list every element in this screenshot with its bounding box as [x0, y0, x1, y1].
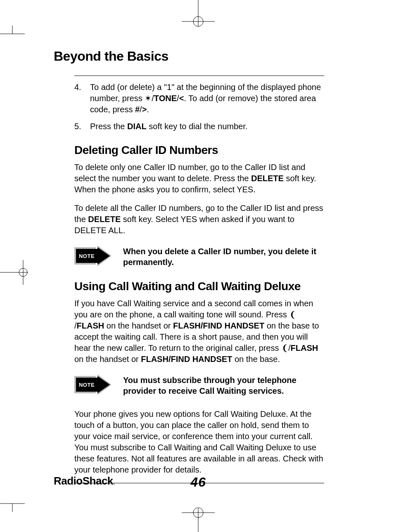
crop-mark-bottom-left [0, 495, 25, 512]
call-waiting-paragraph-3: Your phone gives you new options for Cal… [74, 409, 324, 475]
star-icon: ✶ [145, 94, 152, 103]
heading-call-waiting: Using Call Waiting and Call Waiting Delu… [74, 280, 324, 293]
delete-paragraph-2: To delete all the Caller ID numbers, go … [74, 203, 324, 236]
page-title: Beyond the Basics [54, 49, 343, 64]
note-block-1: NOTE When you delete a Caller ID number,… [74, 244, 324, 270]
step-4: 4. To add (or delete) a "1" at the begin… [74, 82, 324, 115]
crop-mark-top-left [0, 26, 25, 42]
registration-mark-bottom [165, 508, 231, 532]
note-label: NOTE [76, 249, 97, 263]
note-text: You must subscribe through your telephon… [123, 375, 324, 396]
note-label: NOTE [76, 378, 97, 392]
numbered-steps: 4. To add (or delete) a "1" at the begin… [74, 82, 324, 132]
call-waiting-paragraph-1: If you have Call Waiting service and a s… [74, 298, 324, 365]
step-number: 4. [74, 82, 81, 93]
step-text: Press the DIAL soft key to dial the numb… [90, 122, 247, 131]
registration-mark-top [165, 0, 231, 29]
content-column: 4. To add (or delete) a "1" at the begin… [74, 76, 324, 483]
heading-deleting-caller-id: Deleting Caller ID Numbers [74, 144, 324, 157]
top-rule [74, 76, 324, 76]
note-badge-icon: NOTE [74, 245, 112, 269]
page-content: Beyond the Basics 4. To add (or delete) … [54, 49, 343, 483]
page-number: 46 [190, 475, 206, 490]
registration-mark-left [0, 248, 29, 297]
step-text: To add (or delete) a "1" at the beginnin… [90, 83, 321, 114]
page-footer: RadioShack. 46 [54, 475, 343, 487]
note-text: When you delete a Caller ID number, you … [123, 246, 324, 267]
brand-dot: . [114, 480, 115, 486]
phone-icon: ❨ [290, 309, 296, 320]
brand-logo: RadioShack. [54, 475, 115, 487]
step-number: 5. [74, 121, 81, 132]
phone-icon: ❨ [282, 343, 288, 354]
step-5: 5. Press the DIAL soft key to dial the n… [74, 121, 324, 132]
note-block-2: NOTE You must subscribe through your tel… [74, 372, 324, 399]
delete-paragraph-1: To delete only one Caller ID number, go … [74, 162, 324, 195]
note-badge-icon: NOTE [74, 374, 112, 397]
